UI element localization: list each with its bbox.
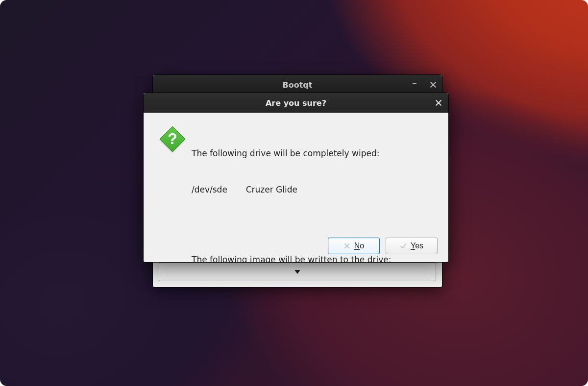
svg-text:?: ? [168,130,177,147]
minimize-button[interactable]: – [410,78,419,88]
dialog-message: The following drive will be completely w… [192,123,437,254]
question-icon: ? [159,125,186,153]
window-controls: – [410,75,438,95]
bootqt-title: Bootqt [283,80,313,90]
dialog-titlebar[interactable]: Are you sure? [144,93,448,113]
close-icon [430,82,436,88]
dialog-close-button[interactable] [434,98,443,108]
dialog-body: ? The following drive will be completely… [144,113,448,262]
msg-drive-value: /dev/sde Cruzer Glide [192,184,437,196]
no-button[interactable]: No [328,238,380,254]
dialog-buttons: No Yes [328,238,438,254]
device-combobox[interactable] [159,263,436,281]
close-icon [436,100,441,106]
confirmation-dialog: Are you sure? ? [143,93,449,263]
check-icon [400,242,407,249]
msg-drive-intro: The following drive will be completely w… [192,147,437,160]
msg-image-intro: The following image will be written to t… [192,254,437,263]
dialog-title: Are you sure? [266,98,326,108]
yes-button[interactable]: Yes [386,238,438,254]
chevron-down-icon [294,270,300,274]
yes-button-label: Yes [411,241,423,250]
bootqt-titlebar[interactable]: Bootqt – [153,75,442,95]
close-button[interactable] [428,80,438,90]
dialog-controls [434,93,443,113]
no-button-label: No [354,241,364,250]
cancel-icon [343,242,350,249]
